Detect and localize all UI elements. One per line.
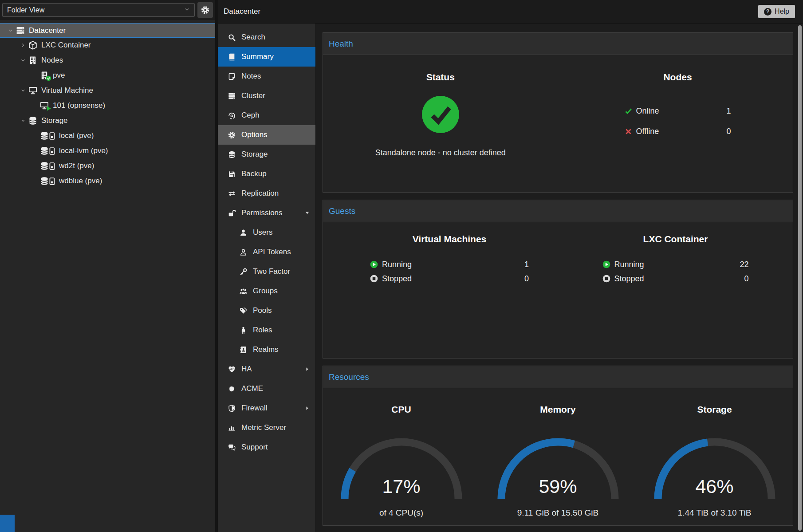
nav-item-api-tokens[interactable]: API Tokens	[218, 242, 315, 262]
search-icon	[227, 34, 236, 41]
nav-item-users[interactable]: Users	[218, 223, 315, 242]
tree-item-nodes[interactable]: Nodes	[0, 53, 215, 68]
vertical-scrollbar[interactable]	[798, 25, 802, 531]
check-icon	[625, 107, 632, 115]
lxc-stopped-row: Stopped 0	[602, 274, 749, 284]
cross-icon	[625, 128, 632, 135]
nav-item-acme[interactable]: ACME	[218, 379, 315, 398]
lxc-stopped-count: 0	[744, 274, 748, 284]
nav-item-pools[interactable]: Pools	[218, 301, 315, 320]
cpu-heading: CPU	[323, 404, 480, 415]
vm-running-count: 1	[524, 260, 529, 269]
database-drive-icon	[40, 177, 55, 185]
memory-heading: Memory	[480, 404, 636, 415]
vm-running-row: Running 1	[370, 260, 529, 269]
view-mode-select[interactable]: Folder View	[2, 3, 195, 17]
nav-item-firewall[interactable]: Firewall	[218, 398, 315, 418]
memory-sub-label: 9.11 GiB of 15.50 GiB	[480, 508, 636, 518]
status-heading: Status	[323, 72, 558, 83]
tree-item-label: LXC Container	[41, 41, 91, 50]
building-icon	[28, 56, 37, 65]
vm-stopped-row: Stopped 0	[370, 274, 529, 284]
chevron-down-icon[interactable]	[18, 88, 28, 93]
health-panel: Health Status Standalone node - no clust…	[323, 32, 793, 193]
burst-icon	[227, 385, 236, 393]
tree-item-datacenter[interactable]: Datacenter	[0, 23, 215, 38]
nav-item-groups[interactable]: Groups	[218, 281, 315, 301]
tree-item-label: Datacenter	[29, 26, 66, 35]
tree-item-storage[interactable]: Storage	[0, 113, 215, 128]
comments-icon	[227, 444, 236, 451]
nav-item-cluster[interactable]: Cluster	[218, 86, 315, 106]
chevron-down-icon[interactable]	[5, 28, 16, 33]
nav-item-realms[interactable]: Realms	[218, 340, 315, 359]
desktop-icon	[28, 86, 37, 95]
caret-right-icon	[305, 367, 310, 372]
stopped-icon	[370, 275, 378, 283]
nav-item-backup[interactable]: Backup	[218, 164, 315, 184]
heartbeat-icon	[227, 366, 236, 373]
bar-chart-icon	[227, 424, 236, 432]
tree-item-label: wdblue (pve)	[59, 177, 102, 185]
nav-item-permissions[interactable]: Permissions	[218, 203, 315, 223]
nav-item-search[interactable]: Search	[218, 28, 315, 47]
resource-tree-panel: Folder View Datacenter LXC Container N	[0, 0, 215, 532]
tree-settings-button[interactable]	[197, 2, 213, 18]
tree-item-vm-101[interactable]: 101 (opnsense)	[0, 98, 215, 113]
tree-item-storage-local-lvm[interactable]: local-lvm (pve)	[0, 143, 215, 158]
tree-item-label: Storage	[41, 116, 68, 125]
tree-item-virtual-machine[interactable]: Virtual Machine	[0, 83, 215, 98]
storage-icon	[227, 151, 236, 158]
tree-toolbar: Folder View	[0, 0, 215, 20]
database-icon	[28, 116, 37, 125]
tree-item-storage-local[interactable]: local (pve)	[0, 128, 215, 143]
nav-item-notes[interactable]: Notes	[218, 67, 315, 86]
building-online-icon	[40, 71, 49, 80]
user-icon	[239, 229, 248, 236]
nav-item-replication[interactable]: Replication	[218, 184, 315, 203]
guests-panel: Guests Virtual Machines Running 1	[323, 200, 793, 359]
shield-icon	[227, 405, 236, 412]
nav-item-summary[interactable]: Summary	[218, 47, 315, 67]
users-icon	[239, 288, 248, 295]
breadcrumb: Datacenter	[224, 7, 260, 16]
nodes-online-row: Online 1	[625, 106, 731, 116]
help-button[interactable]: ? Help	[758, 5, 795, 18]
key-icon	[239, 268, 248, 276]
storage-gauge: Storage 46% 1.44 TiB of 3.10 TiB	[636, 404, 793, 525]
chevron-right-icon[interactable]	[18, 43, 28, 48]
chevron-down-icon[interactable]	[18, 58, 28, 63]
replication-icon	[227, 190, 236, 197]
tree-item-label: Virtual Machine	[41, 86, 93, 95]
chevron-down-icon[interactable]	[18, 118, 28, 123]
desktop-running-icon	[40, 101, 49, 110]
tree-item-pve[interactable]: pve	[0, 68, 215, 83]
tree-item-lxc-container[interactable]: LXC Container	[0, 38, 215, 53]
nav-item-ceph[interactable]: Ceph	[218, 106, 315, 125]
user-outline-icon	[239, 248, 248, 256]
nav-item-support[interactable]: Support	[218, 437, 315, 457]
nav-item-roles[interactable]: Roles	[218, 320, 315, 340]
server-icon	[16, 26, 25, 35]
offline-count: 0	[726, 127, 731, 136]
nav-item-options[interactable]: Options	[218, 125, 315, 145]
address-book-icon	[239, 346, 248, 354]
content-header: Datacenter ? Help	[218, 0, 803, 24]
nav-item-two-factor[interactable]: Two Factor	[218, 262, 315, 281]
virtual-machines-heading: Virtual Machines	[370, 234, 529, 244]
gear-icon	[227, 131, 236, 139]
cpu-percent: 17%	[337, 476, 466, 497]
database-drive-icon	[40, 162, 55, 170]
nav-item-metric-server[interactable]: Metric Server	[218, 418, 315, 437]
health-panel-title: Health	[323, 33, 793, 55]
scrollbar-thumb[interactable]	[798, 25, 802, 531]
cluster-icon	[227, 92, 236, 100]
tree-item-storage-wd2t[interactable]: wd2t (pve)	[0, 158, 215, 173]
tags-icon	[239, 307, 248, 315]
tree-item-label: pve	[53, 71, 65, 80]
status-message: Standalone node - no cluster defined	[323, 148, 558, 158]
tree-item-storage-wdblue[interactable]: wdblue (pve)	[0, 173, 215, 189]
nav-item-ha[interactable]: HA	[218, 359, 315, 379]
nav-item-storage[interactable]: Storage	[218, 145, 315, 164]
gear-icon	[201, 6, 209, 14]
